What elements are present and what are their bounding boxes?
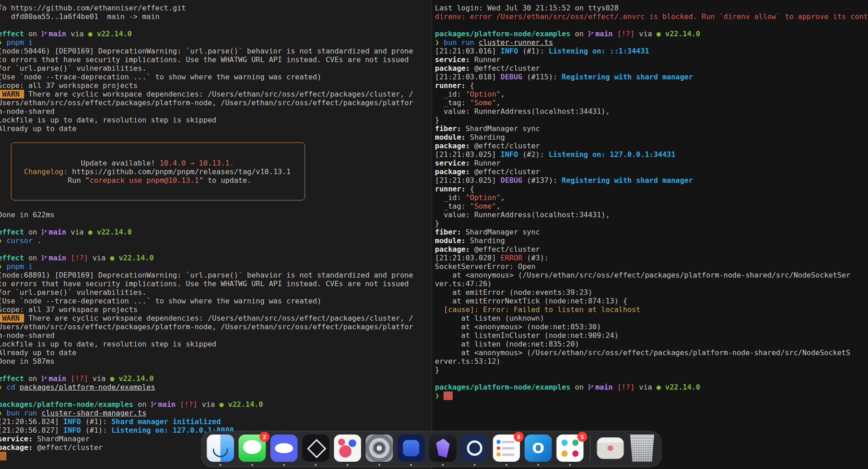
dock-app-messages[interactable]: 2 — [239, 435, 266, 462]
finder-icon — [207, 435, 234, 462]
terminal-line: [cause]: Error: Failed to listen at loca… — [435, 305, 868, 314]
text-segment: _tag: — [435, 202, 470, 210]
text-segment: Sharding — [465, 133, 505, 142]
terminal-line: (Use `node --trace-deprecation ...` to s… — [0, 297, 431, 305]
text-segment: service: — [435, 55, 470, 64]
text-segment: Users/ethan/src/oss/effect/packages/plat… — [0, 98, 413, 107]
dock-app-paw[interactable] — [334, 435, 361, 462]
terminal-line: at <anonymous> (node:net:853:30) — [435, 322, 868, 331]
terminal-line: packages/platform-node/examples on main … — [435, 383, 868, 391]
terminal-line: at listen (node:net:835:20) — [435, 340, 868, 348]
notification-badge: 9 — [514, 432, 524, 442]
text-segment: package: — [0, 443, 33, 452]
text-segment: [!?] — [71, 254, 89, 262]
text-segment: [cause]: Error: Failed to listen at loca… — [435, 305, 641, 314]
terminal-line: fiber: ShardManager sync — [435, 124, 868, 133]
text-segment: WARN — [0, 314, 24, 322]
text-segment: service: — [435, 159, 470, 167]
terminal-line: _tag: "Some", — [435, 202, 868, 210]
text-segment: cursor — [6, 236, 37, 245]
terminal-line: package: @effect/cluster — [435, 167, 868, 176]
text-segment: SocketServerError: Open — [435, 262, 536, 271]
terminal-line: Run "corepack use pnpm@10.13.1" to updat… — [0, 176, 431, 185]
text-segment: to errors that have security implication… — [0, 55, 409, 64]
terminal-pane-right[interactable]: Last login: Wed Jul 30 21:15:52 on ttys0… — [432, 0, 868, 469]
dock-app-notes[interactable] — [398, 435, 425, 462]
running-indicator — [379, 464, 380, 466]
text-segment: module: — [435, 133, 465, 142]
terminal-line — [0, 142, 431, 150]
terminal-line: Already up to date — [0, 124, 431, 133]
terminal-line — [0, 391, 431, 400]
text-segment: Listening on: ::1:34431 — [544, 47, 649, 55]
terminal-line: service: Runner — [435, 159, 868, 167]
dock-app-onepassword[interactable] — [461, 435, 488, 462]
git-branch-icon — [41, 229, 47, 235]
text-segment: [!?] — [180, 400, 197, 409]
text-segment: at listen (unknown) — [435, 314, 544, 322]
text-segment: effect — [0, 374, 24, 383]
terminal-pane-left[interactable]: To https://github.com/ethanniser/effect.… — [0, 0, 431, 469]
text-segment: at listenInCluster (node:net:909:24) — [435, 331, 619, 340]
text-segment: INFO — [501, 47, 518, 55]
git-branch-icon — [151, 401, 157, 408]
text-segment: fiber: — [435, 228, 461, 236]
terminal-line: Scope: all 37 workspace projects — [0, 305, 431, 314]
dock-app-reminders[interactable]: 9 — [493, 435, 520, 462]
terminal-line: [21:21:03.025] INFO (#2): Listening on: … — [435, 150, 868, 159]
terminal-line: [21:21:03.028] ERROR (#3): — [435, 254, 868, 262]
dock-app-obsidian[interactable] — [429, 435, 457, 462]
terminal-line: fiber: ShardManager sync — [435, 228, 868, 236]
dock-app-outlook[interactable]: O — [525, 435, 552, 462]
text-segment: Done in 587ms — [0, 357, 54, 366]
dock-app-slack[interactable]: 5 — [557, 435, 584, 462]
text-segment: package: — [435, 245, 470, 254]
text-segment: (#3): — [523, 254, 549, 262]
text-segment: Already up to date — [0, 348, 76, 357]
text-segment: , — [501, 90, 505, 98]
running-indicator — [410, 464, 412, 466]
outlook-glyph: O — [525, 435, 552, 462]
text-segment — [613, 29, 617, 38]
text-segment: ver.ts:47:26) — [435, 279, 492, 288]
dock-app-settings[interactable] — [366, 435, 393, 462]
text-segment — [66, 254, 71, 262]
terminal-line: (node:68891) [DEP0169] DeprecationWarnin… — [0, 271, 431, 279]
running-indicator — [283, 464, 285, 466]
git-branch-icon — [588, 30, 594, 37]
terminal-line: effect on main via ● v22.14.0 — [0, 29, 431, 38]
dock-app-discord[interactable] — [271, 435, 298, 462]
text-segment: for `url.parse()` vulnerabilities. — [0, 64, 147, 73]
terminal-line: package: @effect/cluster — [435, 142, 868, 150]
terminal-line: m-node-shared — [0, 331, 431, 340]
dock-app-cube[interactable] — [302, 435, 330, 462]
text-segment: main — [41, 228, 66, 236]
text-segment: } — [435, 116, 439, 124]
text-segment: INFO — [64, 417, 81, 426]
terminal-line — [0, 193, 431, 202]
text-segment: [21:21:03.025] — [435, 176, 501, 185]
dock-app-finder[interactable] — [207, 435, 234, 462]
text-segment: cluster-shard-manager.ts — [41, 409, 146, 417]
text-segment: [21:21:03.018] — [435, 73, 501, 81]
running-indicator — [506, 464, 508, 466]
text-segment: ● v22.14.0 — [656, 29, 700, 38]
terminal-line: WARN There are cyclic workspace dependen… — [0, 314, 431, 322]
dock-app-window[interactable] — [597, 435, 624, 462]
onepassword-icon — [461, 435, 488, 462]
text-segment: @effect/cluster — [33, 443, 103, 452]
text-segment: runner: — [435, 185, 465, 193]
terminal-cursor — [0, 452, 6, 460]
dock-app-trash[interactable] — [629, 435, 656, 462]
text-segment: effect — [0, 228, 24, 236]
text-segment: 10.4.0 → 10.13.1. — [159, 159, 234, 167]
terminal-line: to errors that have security implication… — [0, 279, 431, 288]
terminal-line: effect on main [!?] via ● v22.14.0 — [0, 254, 431, 262]
text-segment: _id: — [435, 90, 465, 98]
terminal-line — [0, 219, 431, 228]
text-segment: " to update. — [199, 176, 252, 185]
text-segment: ShardManager sync — [461, 124, 540, 133]
text-segment: on — [24, 228, 42, 236]
text-segment: package: — [435, 64, 470, 73]
text-segment: m-node-shared — [0, 331, 54, 340]
